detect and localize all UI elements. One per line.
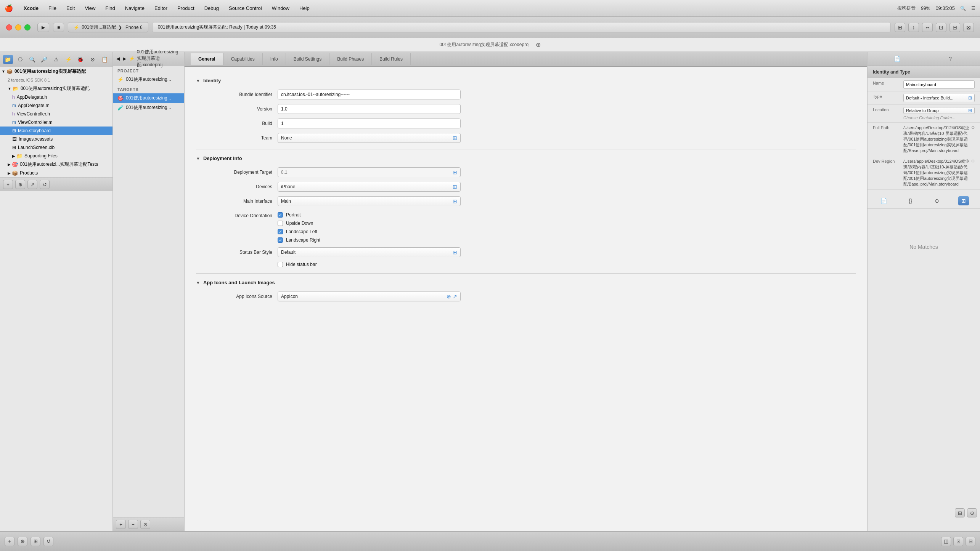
sidebar-share-btn[interactable]: ↗ <box>27 180 37 189</box>
menu-file[interactable]: File <box>47 5 58 12</box>
menu-window[interactable]: Window <box>270 5 291 12</box>
menu-xcode[interactable]: Xcode <box>22 5 40 12</box>
scheme-selector[interactable]: ⚡ 001使用...幕适配 ❯ iPhone 6 <box>68 22 148 32</box>
file-inspector-tab[interactable]: 📄 <box>892 54 903 63</box>
group-folder-item[interactable]: ▼ 📂 001使用autoresizing实现屏幕适配 <box>0 84 112 93</box>
supporting-files-folder[interactable]: ▶ 📁 Supporting Files <box>0 152 112 160</box>
file-launchscreen-xib[interactable]: ⊞ LaunchScreen.xib <box>0 143 112 152</box>
menu-debug[interactable]: Debug <box>203 5 220 12</box>
bundle-identifier-input[interactable] <box>278 90 461 99</box>
version-input[interactable] <box>278 104 461 114</box>
quick-help-tab[interactable]: ? <box>945 54 956 63</box>
file-appdelegate-h[interactable]: h AppDelegate.h <box>0 93 112 101</box>
main-interface-select[interactable]: Main ⊞ <box>278 196 461 206</box>
layout-icon-4[interactable]: ⊡ <box>936 23 946 32</box>
remove-target-btn[interactable]: − <box>128 520 138 529</box>
file-images-xcassets[interactable]: 🖼 Images.xcassets <box>0 135 112 143</box>
center-panel-btn[interactable]: ⊡ <box>953 537 963 546</box>
split-panel-btn[interactable]: ⊟ <box>966 537 975 546</box>
bottom-box-btn[interactable]: ⊞ <box>31 537 40 546</box>
tab-general[interactable]: General <box>191 53 223 65</box>
menu-find[interactable]: Find <box>104 5 116 12</box>
inspector-zoom-btn[interactable]: ⊙ <box>967 508 977 517</box>
menu-help[interactable]: Help <box>298 5 311 12</box>
tab-build-settings[interactable]: Build Settings <box>286 53 329 65</box>
inspector-name-input[interactable] <box>903 80 975 89</box>
menu-product[interactable]: Product <box>176 5 196 12</box>
file-viewcontroller-m[interactable]: m ViewController.m <box>0 118 112 127</box>
menu-view[interactable]: View <box>83 5 97 12</box>
team-select[interactable]: None ⊞ <box>278 133 461 143</box>
stop-button[interactable]: ■ <box>53 23 64 32</box>
deployment-section-header[interactable]: ▼ Deployment Info <box>196 155 856 161</box>
test-navigator-btn[interactable]: ⚡ <box>63 55 73 64</box>
products-folder[interactable]: ▶ 📦 Products <box>0 169 112 177</box>
build-input[interactable] <box>278 119 461 128</box>
json-tab-icon[interactable]: {} <box>905 196 916 205</box>
upside-down-checkbox[interactable] <box>278 221 283 226</box>
project-root-item[interactable]: ▼ 📦 001使用autoresizing实现屏幕适配 <box>0 67 112 76</box>
inspector-grid-btn[interactable]: ⊞ <box>955 508 965 517</box>
plus-icon[interactable]: ⊕ <box>447 293 451 300</box>
clock-tab-icon[interactable]: ⊙ <box>932 196 942 205</box>
list-icon[interactable]: ☰ <box>971 6 975 11</box>
minimize-button[interactable] <box>15 24 21 30</box>
status-bar-select[interactable]: Default ⊞ <box>278 247 461 257</box>
nav-back-btn[interactable]: ◀ <box>116 54 120 63</box>
file-appdelegate-m[interactable]: m AppDelegate.m <box>0 101 112 110</box>
source-control-btn[interactable]: ⎔ <box>15 55 25 64</box>
devices-select[interactable]: iPhone ⊞ <box>278 182 461 192</box>
tab-capabilities[interactable]: Capabilities <box>223 53 263 65</box>
file-main-storyboard[interactable]: ⊞ Main.storyboard <box>0 127 112 135</box>
grid-tab-icon[interactable]: ⊞ <box>958 196 969 205</box>
landscape-right-checkbox[interactable]: ✓ <box>278 237 283 243</box>
project-item[interactable]: ⚡ 001使用autoresizing... <box>113 75 184 84</box>
breakpoint-btn[interactable]: ⊗ <box>88 55 98 64</box>
identity-section-header[interactable]: ▼ Identity <box>196 78 856 83</box>
maximize-button[interactable] <box>24 24 31 30</box>
menu-navigate[interactable]: Navigate <box>124 5 146 12</box>
layout-icon-3[interactable]: ↔ <box>922 23 933 32</box>
search-icon[interactable]: 🔍 <box>960 6 966 11</box>
close-button[interactable] <box>6 24 12 30</box>
hide-status-checkbox[interactable] <box>278 262 283 267</box>
add-target-btn[interactable]: + <box>116 520 126 529</box>
file-tab-icon[interactable]: 📄 <box>879 196 889 205</box>
report-btn[interactable]: 📋 <box>100 55 109 64</box>
run-button[interactable]: ▶ <box>37 23 49 32</box>
app-icons-source-select[interactable]: AppIcon ⊕ ↗ <box>278 292 461 301</box>
find-navigator-btn[interactable]: 🔎 <box>39 55 49 64</box>
bottom-add-btn[interactable]: + <box>5 537 14 546</box>
sidebar-filter-btn[interactable]: ⊕ <box>15 180 25 189</box>
layout-icon-6[interactable]: ⊠ <box>963 23 974 32</box>
tab-build-rules[interactable]: Build Rules <box>372 53 411 65</box>
project-navigator-btn[interactable]: 📁 <box>3 55 13 64</box>
inspector-location-select[interactable]: Relative to Group ⊞ <box>903 107 975 114</box>
layout-icon-5[interactable]: ⊟ <box>949 23 960 32</box>
menu-edit[interactable]: Edit <box>65 5 76 12</box>
left-panel-btn[interactable]: ◫ <box>941 537 951 546</box>
resize-icon[interactable]: ⊕ <box>536 41 541 48</box>
inspector-type-select[interactable]: Default - Interface Build... ⊞ <box>903 94 975 102</box>
file-viewcontroller-h[interactable]: h ViewController.h <box>0 110 112 118</box>
menu-source-control[interactable]: Source Control <box>227 5 263 12</box>
target2-item[interactable]: 🧪 001使用autoresizing... <box>113 103 184 112</box>
target1-item[interactable]: 🎯 001使用autoresizing... <box>113 93 184 103</box>
landscape-left-checkbox[interactable]: ✓ <box>278 229 283 234</box>
nav-forward-btn[interactable]: ▶ <box>122 54 127 63</box>
tests-target-folder[interactable]: ▶ 🎯 001使用autoresizi...实现屏幕适配Tests <box>0 160 112 169</box>
app-icons-section-header[interactable]: ▼ App Icons and Launch Images <box>196 280 856 285</box>
filter-target-btn[interactable]: ⊙ <box>140 520 150 529</box>
sidebar-refresh-btn[interactable]: ↺ <box>40 180 50 189</box>
bottom-timer-btn[interactable]: ⊕ <box>18 537 27 546</box>
debug-navigator-btn[interactable]: 🐞 <box>76 55 85 64</box>
issue-navigator-btn[interactable]: ⚠ <box>51 55 61 64</box>
layout-icon-1[interactable]: ⊞ <box>895 23 905 32</box>
symbol-navigator-btn[interactable]: 🔍 <box>27 55 37 64</box>
tab-info[interactable]: Info <box>263 53 286 65</box>
portrait-checkbox[interactable]: ✓ <box>278 212 283 218</box>
arrow-icon[interactable]: ↗ <box>453 293 457 300</box>
apple-menu[interactable]: 🍎 <box>5 4 13 13</box>
menu-editor[interactable]: Editor <box>153 5 169 12</box>
tab-build-phases[interactable]: Build Phases <box>329 53 372 65</box>
